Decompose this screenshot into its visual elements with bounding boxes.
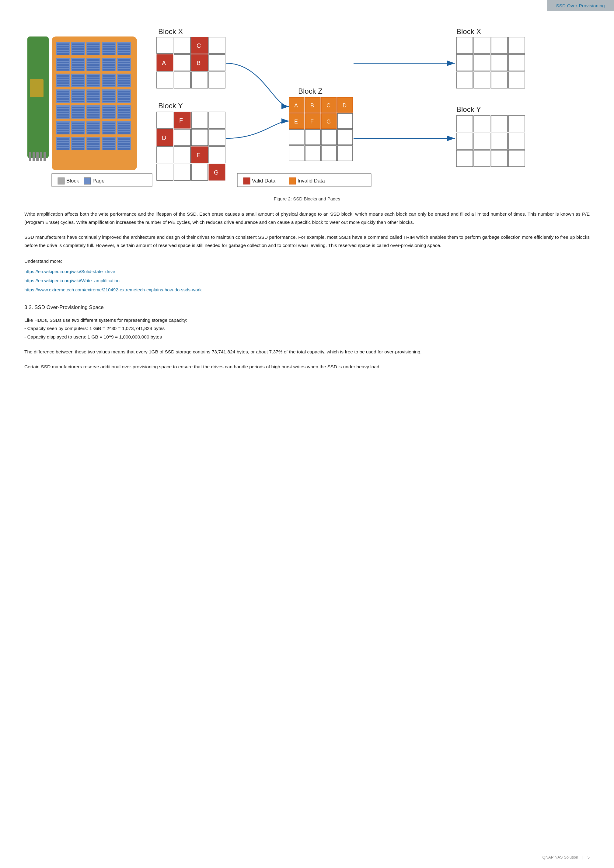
- svg-rect-87: [103, 78, 115, 79]
- svg-rect-106: [72, 96, 84, 97]
- paragraph-2: SSD manufacturers have continually impro…: [24, 233, 590, 250]
- link-1[interactable]: https://en.wikipedia.org/wiki/Solid-stat…: [24, 267, 590, 276]
- block-x-right-label: Block X: [456, 27, 481, 36]
- svg-rect-197: [72, 146, 84, 147]
- svg-rect-186: [118, 132, 130, 134]
- svg-rect-4: [44, 152, 46, 161]
- svg-rect-1: [33, 152, 35, 161]
- svg-rect-176: [103, 122, 115, 124]
- svg-rect-173: [87, 130, 99, 132]
- svg-text:C: C: [197, 42, 201, 49]
- svg-rect-20: [87, 43, 99, 45]
- svg-rect-284: [474, 72, 490, 88]
- svg-rect-118: [103, 96, 115, 97]
- svg-rect-144: [87, 116, 99, 118]
- svg-rect-50: [87, 59, 99, 61]
- svg-rect-76: [72, 80, 84, 82]
- svg-rect-71: [57, 82, 69, 84]
- svg-rect-125: [118, 98, 130, 100]
- paragraph-3: Like HDDs, SSDs use two different system…: [24, 316, 590, 341]
- svg-rect-108: [72, 101, 84, 102]
- link-2[interactable]: https://en.wikipedia.org/wiki/Write_ampl…: [24, 276, 590, 285]
- svg-text:F: F: [310, 119, 314, 125]
- svg-rect-172: [87, 127, 99, 129]
- svg-rect-11: [57, 51, 69, 52]
- svg-rect-107: [72, 98, 84, 100]
- svg-rect-114: [87, 101, 99, 102]
- svg-rect-267: [289, 130, 304, 145]
- svg-rect-60: [103, 69, 115, 71]
- svg-rect-231: [209, 72, 225, 88]
- block-y-label: Block Y: [158, 102, 183, 110]
- svg-rect-236: [209, 112, 225, 128]
- svg-rect-52: [87, 64, 99, 66]
- svg-rect-161: [57, 130, 69, 132]
- svg-rect-86: [103, 75, 115, 77]
- svg-rect-129: [57, 109, 69, 111]
- svg-text:B: B: [197, 60, 201, 66]
- svg-rect-212: [118, 138, 130, 140]
- svg-rect-174: [87, 132, 99, 134]
- svg-text:A: A: [162, 60, 166, 66]
- svg-rect-142: [87, 112, 99, 113]
- svg-text:Block: Block: [66, 178, 79, 184]
- svg-rect-77: [72, 82, 84, 84]
- svg-rect-268: [305, 130, 320, 145]
- svg-rect-104: [72, 91, 84, 93]
- svg-rect-178: [103, 127, 115, 129]
- svg-rect-41: [57, 67, 69, 68]
- svg-rect-177: [103, 125, 115, 127]
- svg-rect-168: [72, 132, 84, 134]
- svg-rect-196: [72, 143, 84, 145]
- svg-rect-281: [491, 54, 508, 71]
- svg-rect-215: [118, 146, 130, 147]
- svg-rect-179: [103, 130, 115, 132]
- svg-rect-40: [57, 64, 69, 66]
- svg-rect-98: [57, 91, 69, 93]
- svg-text:E: E: [197, 152, 201, 158]
- svg-rect-88: [103, 80, 115, 82]
- svg-rect-23: [87, 51, 99, 52]
- svg-rect-75: [72, 78, 84, 79]
- svg-rect-45: [72, 62, 84, 63]
- svg-rect-74: [72, 75, 84, 77]
- svg-rect-124: [118, 96, 130, 97]
- svg-rect-70: [57, 80, 69, 82]
- svg-rect-192: [57, 148, 69, 150]
- svg-rect-35: [118, 51, 130, 52]
- svg-rect-90: [103, 85, 115, 86]
- svg-rect-84: [87, 85, 99, 86]
- svg-rect-270: [337, 130, 353, 145]
- svg-rect-282: [508, 54, 525, 71]
- svg-rect-246: [209, 147, 225, 163]
- svg-rect-0: [29, 152, 31, 161]
- svg-rect-140: [87, 107, 99, 108]
- svg-rect-159: [57, 125, 69, 127]
- svg-rect-80: [87, 75, 99, 77]
- svg-rect-15: [72, 46, 84, 47]
- footer-page-number: 5: [588, 855, 590, 859]
- svg-rect-93: [118, 78, 130, 79]
- svg-rect-101: [57, 98, 69, 100]
- understand-more-label: Understand more:: [24, 256, 590, 266]
- svg-rect-170: [87, 122, 99, 124]
- svg-rect-247: [157, 164, 173, 180]
- svg-rect-165: [72, 125, 84, 127]
- svg-rect-242: [157, 147, 173, 163]
- svg-rect-279: [456, 54, 473, 71]
- svg-rect-158: [57, 122, 69, 124]
- svg-rect-54: [87, 69, 99, 71]
- paragraph-1: Write amplification affects both the wri…: [24, 210, 590, 226]
- svg-rect-297: [491, 150, 508, 167]
- svg-rect-289: [491, 116, 508, 132]
- section-heading: 3.2. SSD Over-Provisioning Space: [24, 303, 590, 312]
- svg-rect-152: [118, 107, 130, 108]
- svg-rect-156: [118, 116, 130, 118]
- svg-text:Invalid Data: Invalid Data: [298, 178, 325, 184]
- link-3[interactable]: https://www.extremetech.com/extreme/2104…: [24, 285, 590, 294]
- svg-rect-36: [118, 53, 130, 55]
- svg-rect-68: [57, 75, 69, 77]
- diagram-svg-wrapper: Block X C A B: [24, 18, 590, 189]
- svg-rect-66: [118, 69, 130, 71]
- svg-rect-271: [289, 146, 304, 161]
